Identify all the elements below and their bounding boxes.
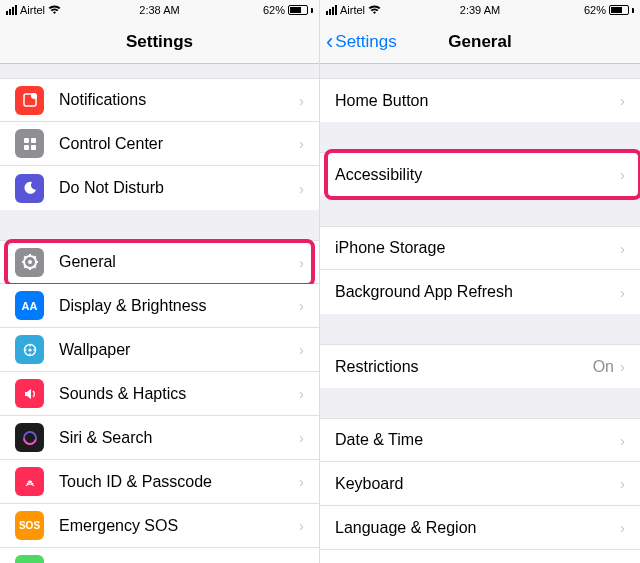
general-screen: Airtel 2:39 AM 62% ‹ Settings General Ho… — [320, 0, 640, 563]
chevron-icon: › — [299, 135, 304, 152]
row-label: Siri & Search — [59, 429, 299, 447]
control-center-icon — [15, 129, 44, 158]
row-general[interactable]: General › — [0, 240, 319, 284]
row-label: Display & Brightness — [59, 297, 299, 315]
chevron-icon: › — [299, 517, 304, 534]
row-label: Background App Refresh — [335, 283, 620, 301]
svg-line-14 — [24, 266, 25, 267]
battery-icon — [288, 5, 308, 15]
settings-screen: Airtel 2:38 AM 62% Settings Notification… — [0, 0, 320, 563]
status-time: 2:39 AM — [320, 4, 640, 16]
chevron-icon: › — [620, 240, 625, 257]
notifications-icon — [15, 86, 44, 115]
svg-rect-2 — [24, 138, 29, 143]
row-detail: On — [593, 358, 614, 376]
row-dictionary[interactable]: Dictionary › — [320, 550, 640, 563]
fingerprint-icon — [15, 467, 44, 496]
chevron-icon: › — [299, 180, 304, 197]
svg-line-13 — [34, 266, 35, 267]
nav-bar: Settings — [0, 20, 319, 64]
svg-point-7 — [28, 260, 32, 264]
row-datetime[interactable]: Date & Time › — [320, 418, 640, 462]
row-sos[interactable]: SOS Emergency SOS › — [0, 504, 319, 548]
moon-icon — [15, 174, 44, 203]
row-restrictions[interactable]: Restrictions On › — [320, 344, 640, 388]
chevron-icon: › — [620, 92, 625, 109]
row-wallpaper[interactable]: Wallpaper › — [0, 328, 319, 372]
row-label: Control Center — [59, 135, 299, 153]
status-bar: Airtel 2:39 AM 62% — [320, 0, 640, 20]
general-list: Home Button › Accessibility › iPhone Sto… — [320, 64, 640, 563]
row-label: Keyboard — [335, 475, 620, 493]
display-icon: AA — [15, 291, 44, 320]
status-bar: Airtel 2:38 AM 62% — [0, 0, 319, 20]
chevron-icon: › — [299, 429, 304, 446]
chevron-left-icon: ‹ — [326, 31, 333, 53]
status-time: 2:38 AM — [0, 4, 319, 16]
back-button[interactable]: ‹ Settings — [326, 20, 397, 63]
chevron-icon: › — [620, 358, 625, 375]
row-sounds[interactable]: Sounds & Haptics › — [0, 372, 319, 416]
row-siri[interactable]: Siri & Search › — [0, 416, 319, 460]
battery-row-icon — [15, 555, 44, 563]
row-display[interactable]: AA Display & Brightness › — [0, 284, 319, 328]
nav-title: Settings — [126, 32, 193, 52]
chevron-icon: › — [620, 432, 625, 449]
nav-bar: ‹ Settings General — [320, 20, 640, 64]
chevron-icon: › — [299, 297, 304, 314]
row-label: Sounds & Haptics — [59, 385, 299, 403]
row-label: Emergency SOS — [59, 517, 299, 535]
row-label: Home Button — [335, 92, 620, 110]
row-accessibility[interactable]: Accessibility › — [320, 152, 640, 196]
svg-point-1 — [31, 93, 37, 99]
row-battery[interactable]: Battery › — [0, 548, 319, 563]
wallpaper-icon — [15, 335, 44, 364]
row-notifications[interactable]: Notifications › — [0, 78, 319, 122]
svg-line-12 — [24, 256, 25, 257]
chevron-icon: › — [299, 254, 304, 271]
row-label: Language & Region — [335, 519, 620, 537]
row-label: Wallpaper — [59, 341, 299, 359]
row-label: Do Not Disturb — [59, 179, 299, 197]
back-label: Settings — [335, 32, 396, 52]
row-dnd[interactable]: Do Not Disturb › — [0, 166, 319, 210]
row-label: iPhone Storage — [335, 239, 620, 257]
row-control-center[interactable]: Control Center › — [0, 122, 319, 166]
chevron-icon: › — [620, 284, 625, 301]
chevron-icon: › — [299, 385, 304, 402]
row-label: Touch ID & Passcode — [59, 473, 299, 491]
row-label: Date & Time — [335, 431, 620, 449]
siri-icon — [15, 423, 44, 452]
row-label: General — [59, 253, 299, 271]
nav-title: General — [448, 32, 511, 52]
sounds-icon — [15, 379, 44, 408]
row-lang-region[interactable]: Language & Region › — [320, 506, 640, 550]
svg-rect-3 — [31, 138, 36, 143]
row-label: Restrictions — [335, 358, 593, 376]
sos-icon: SOS — [15, 511, 44, 540]
row-label: Notifications — [59, 91, 299, 109]
chevron-icon: › — [299, 92, 304, 109]
chevron-icon: › — [620, 519, 625, 536]
row-home-button[interactable]: Home Button › — [320, 78, 640, 122]
chevron-icon: › — [620, 166, 625, 183]
gear-icon — [15, 248, 44, 277]
settings-list: Notifications › Control Center › Do Not … — [0, 64, 319, 563]
chevron-icon: › — [299, 473, 304, 490]
row-bg-refresh[interactable]: Background App Refresh › — [320, 270, 640, 314]
battery-icon — [609, 5, 629, 15]
svg-rect-4 — [24, 145, 29, 150]
svg-point-17 — [28, 348, 31, 351]
svg-line-15 — [34, 256, 35, 257]
svg-rect-5 — [31, 145, 36, 150]
chevron-icon: › — [620, 475, 625, 492]
row-keyboard[interactable]: Keyboard › — [320, 462, 640, 506]
row-label: Accessibility — [335, 166, 620, 184]
row-touchid[interactable]: Touch ID & Passcode › — [0, 460, 319, 504]
chevron-icon: › — [299, 341, 304, 358]
row-storage[interactable]: iPhone Storage › — [320, 226, 640, 270]
